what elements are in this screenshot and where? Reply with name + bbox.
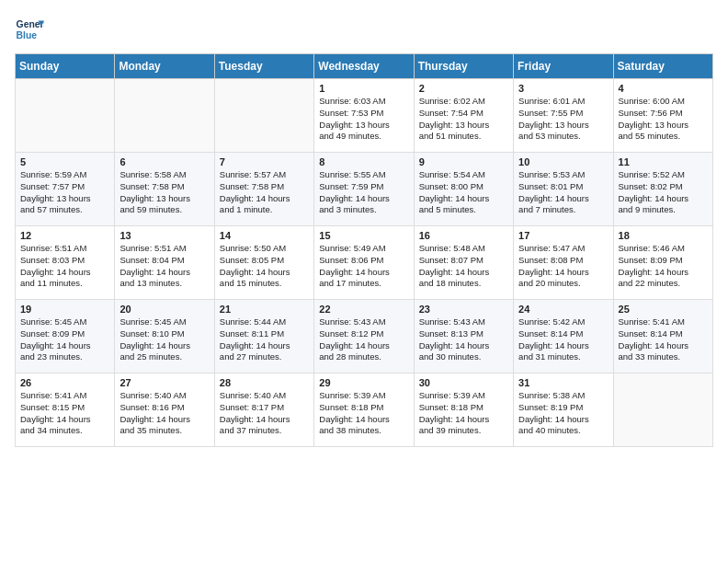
- day-number: 17: [518, 230, 608, 241]
- calendar-cell: [214, 79, 313, 153]
- day-info: Sunrise: 5:58 AMSunset: 7:58 PMDaylight:…: [119, 169, 209, 216]
- day-info: Sunrise: 5:49 AMSunset: 8:06 PMDaylight:…: [319, 243, 408, 290]
- calendar-cell: 13Sunrise: 5:51 AMSunset: 8:04 PMDayligh…: [115, 226, 214, 300]
- calendar-cell: 21Sunrise: 5:44 AMSunset: 8:11 PMDayligh…: [214, 300, 313, 373]
- day-number: 5: [20, 156, 109, 167]
- day-number: 3: [518, 83, 608, 94]
- header-row: SundayMondayTuesdayWednesdayThursdayFrid…: [16, 54, 713, 79]
- day-number: 31: [518, 377, 608, 388]
- day-info: Sunrise: 5:44 AMSunset: 8:11 PMDaylight:…: [220, 316, 309, 363]
- page-header: General Blue: [15, 15, 713, 44]
- calendar-cell: 28Sunrise: 5:40 AMSunset: 8:17 PMDayligh…: [214, 373, 313, 447]
- day-number: 7: [220, 156, 309, 167]
- day-info: Sunrise: 5:53 AMSunset: 8:01 PMDaylight:…: [518, 169, 608, 216]
- day-number: 21: [220, 304, 309, 315]
- day-number: 30: [419, 377, 508, 388]
- week-row-2: 5Sunrise: 5:59 AMSunset: 7:57 PMDaylight…: [16, 153, 713, 226]
- day-info: Sunrise: 5:54 AMSunset: 8:00 PMDaylight:…: [419, 169, 508, 216]
- day-number: 14: [220, 230, 309, 241]
- calendar-cell: 17Sunrise: 5:47 AMSunset: 8:08 PMDayligh…: [514, 226, 613, 300]
- day-info: Sunrise: 5:38 AMSunset: 8:19 PMDaylight:…: [518, 390, 608, 437]
- day-info: Sunrise: 5:43 AMSunset: 8:12 PMDaylight:…: [319, 316, 408, 363]
- day-info: Sunrise: 5:41 AMSunset: 8:14 PMDaylight:…: [619, 316, 708, 363]
- day-info: Sunrise: 5:46 AMSunset: 8:09 PMDaylight:…: [619, 243, 708, 290]
- calendar-cell: 15Sunrise: 5:49 AMSunset: 8:06 PMDayligh…: [314, 226, 414, 300]
- calendar-cell: 5Sunrise: 5:59 AMSunset: 7:57 PMDaylight…: [16, 153, 115, 226]
- calendar-cell: 9Sunrise: 5:54 AMSunset: 8:00 PMDaylight…: [414, 153, 513, 226]
- day-info: Sunrise: 5:52 AMSunset: 8:02 PMDaylight:…: [619, 169, 708, 216]
- calendar-cell: 26Sunrise: 5:41 AMSunset: 8:15 PMDayligh…: [16, 373, 115, 447]
- day-number: 28: [220, 377, 309, 388]
- calendar-cell: 3Sunrise: 6:01 AMSunset: 7:55 PMDaylight…: [514, 79, 613, 153]
- day-info: Sunrise: 6:02 AMSunset: 7:54 PMDaylight:…: [419, 96, 508, 143]
- calendar-cell: [115, 79, 214, 153]
- day-number: 4: [619, 83, 708, 94]
- day-number: 20: [119, 304, 209, 315]
- calendar-cell: 12Sunrise: 5:51 AMSunset: 8:03 PMDayligh…: [16, 226, 115, 300]
- calendar-cell: 6Sunrise: 5:58 AMSunset: 7:58 PMDaylight…: [115, 153, 214, 226]
- calendar-cell: 4Sunrise: 6:00 AMSunset: 7:56 PMDaylight…: [613, 79, 712, 153]
- day-info: Sunrise: 5:39 AMSunset: 8:18 PMDaylight:…: [319, 390, 408, 437]
- day-number: 8: [319, 156, 408, 167]
- week-row-3: 12Sunrise: 5:51 AMSunset: 8:03 PMDayligh…: [16, 226, 713, 300]
- header-day-saturday: Saturday: [613, 54, 712, 79]
- calendar-cell: 27Sunrise: 5:40 AMSunset: 8:16 PMDayligh…: [115, 373, 214, 447]
- day-info: Sunrise: 5:57 AMSunset: 7:58 PMDaylight:…: [220, 169, 309, 216]
- day-info: Sunrise: 5:47 AMSunset: 8:08 PMDaylight:…: [518, 243, 608, 290]
- calendar-cell: 23Sunrise: 5:43 AMSunset: 8:13 PMDayligh…: [414, 300, 513, 373]
- calendar-table: SundayMondayTuesdayWednesdayThursdayFrid…: [15, 53, 713, 447]
- day-number: 13: [119, 230, 209, 241]
- calendar-cell: 24Sunrise: 5:42 AMSunset: 8:14 PMDayligh…: [514, 300, 613, 373]
- day-number: 19: [20, 304, 109, 315]
- day-info: Sunrise: 6:00 AMSunset: 7:56 PMDaylight:…: [619, 96, 708, 143]
- day-info: Sunrise: 5:51 AMSunset: 8:04 PMDaylight:…: [119, 243, 209, 290]
- day-info: Sunrise: 5:45 AMSunset: 8:09 PMDaylight:…: [20, 316, 109, 363]
- week-row-5: 26Sunrise: 5:41 AMSunset: 8:15 PMDayligh…: [16, 373, 713, 447]
- calendar-cell: 25Sunrise: 5:41 AMSunset: 8:14 PMDayligh…: [613, 300, 712, 373]
- header-day-sunday: Sunday: [16, 54, 115, 79]
- calendar-cell: 7Sunrise: 5:57 AMSunset: 7:58 PMDaylight…: [214, 153, 313, 226]
- day-number: 10: [518, 156, 608, 167]
- week-row-4: 19Sunrise: 5:45 AMSunset: 8:09 PMDayligh…: [16, 300, 713, 373]
- calendar-cell: 10Sunrise: 5:53 AMSunset: 8:01 PMDayligh…: [514, 153, 613, 226]
- day-info: Sunrise: 5:41 AMSunset: 8:15 PMDaylight:…: [20, 390, 109, 437]
- calendar-cell: 19Sunrise: 5:45 AMSunset: 8:09 PMDayligh…: [16, 300, 115, 373]
- calendar-cell: 1Sunrise: 6:03 AMSunset: 7:53 PMDaylight…: [314, 79, 414, 153]
- day-number: 9: [419, 156, 508, 167]
- day-info: Sunrise: 5:39 AMSunset: 8:18 PMDaylight:…: [419, 390, 508, 437]
- day-number: 2: [419, 83, 508, 94]
- day-info: Sunrise: 5:40 AMSunset: 8:17 PMDaylight:…: [220, 390, 309, 437]
- day-number: 25: [619, 304, 708, 315]
- logo-icon: General Blue: [15, 15, 44, 44]
- day-number: 18: [619, 230, 708, 241]
- day-info: Sunrise: 5:48 AMSunset: 8:07 PMDaylight:…: [419, 243, 508, 290]
- day-info: Sunrise: 5:42 AMSunset: 8:14 PMDaylight:…: [518, 316, 608, 363]
- header-day-wednesday: Wednesday: [314, 54, 414, 79]
- day-number: 26: [20, 377, 109, 388]
- header-day-thursday: Thursday: [414, 54, 513, 79]
- calendar-cell: 16Sunrise: 5:48 AMSunset: 8:07 PMDayligh…: [414, 226, 513, 300]
- day-info: Sunrise: 5:59 AMSunset: 7:57 PMDaylight:…: [20, 169, 109, 216]
- calendar-cell: 30Sunrise: 5:39 AMSunset: 8:18 PMDayligh…: [414, 373, 513, 447]
- day-number: 1: [319, 83, 408, 94]
- calendar-cell: 22Sunrise: 5:43 AMSunset: 8:12 PMDayligh…: [314, 300, 414, 373]
- day-info: Sunrise: 5:55 AMSunset: 7:59 PMDaylight:…: [319, 169, 408, 216]
- day-number: 23: [419, 304, 508, 315]
- day-info: Sunrise: 5:40 AMSunset: 8:16 PMDaylight:…: [119, 390, 209, 437]
- calendar-cell: [16, 79, 115, 153]
- day-number: 6: [119, 156, 209, 167]
- day-number: 29: [319, 377, 408, 388]
- header-day-friday: Friday: [514, 54, 613, 79]
- day-info: Sunrise: 5:45 AMSunset: 8:10 PMDaylight:…: [119, 316, 209, 363]
- header-day-monday: Monday: [115, 54, 214, 79]
- day-info: Sunrise: 5:51 AMSunset: 8:03 PMDaylight:…: [20, 243, 109, 290]
- calendar-cell: [613, 373, 712, 447]
- logo: General Blue: [15, 15, 44, 44]
- day-info: Sunrise: 5:50 AMSunset: 8:05 PMDaylight:…: [220, 243, 309, 290]
- week-row-1: 1Sunrise: 6:03 AMSunset: 7:53 PMDaylight…: [16, 79, 713, 153]
- calendar-cell: 2Sunrise: 6:02 AMSunset: 7:54 PMDaylight…: [414, 79, 513, 153]
- day-info: Sunrise: 6:01 AMSunset: 7:55 PMDaylight:…: [518, 96, 608, 143]
- calendar-cell: 11Sunrise: 5:52 AMSunset: 8:02 PMDayligh…: [613, 153, 712, 226]
- header-day-tuesday: Tuesday: [214, 54, 313, 79]
- calendar-cell: 18Sunrise: 5:46 AMSunset: 8:09 PMDayligh…: [613, 226, 712, 300]
